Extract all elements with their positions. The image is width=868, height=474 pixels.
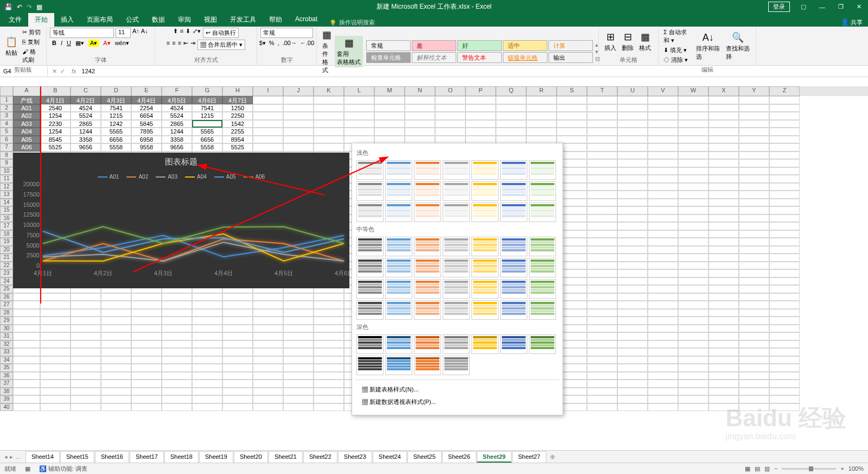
cell[interactable]	[678, 285, 709, 293]
cell[interactable]	[13, 372, 40, 380]
cell[interactable]	[709, 364, 739, 372]
style-normal[interactable]: 常规	[366, 40, 411, 51]
cell[interactable]	[648, 403, 678, 412]
cell[interactable]	[709, 199, 739, 207]
cell[interactable]	[709, 356, 739, 364]
cell[interactable]	[314, 340, 344, 349]
table-style-thumb[interactable]	[414, 203, 441, 222]
cell[interactable]	[709, 183, 739, 191]
cell[interactable]	[435, 128, 465, 136]
cell[interactable]: 1254	[40, 128, 71, 136]
cell[interactable]	[617, 96, 648, 104]
number-format-select[interactable]: 常规	[260, 28, 313, 38]
sheet-tab[interactable]: Sheet23	[338, 451, 372, 463]
cell[interactable]	[283, 104, 314, 112]
cell[interactable]	[435, 136, 465, 144]
table-style-thumb[interactable]	[500, 203, 527, 222]
cell[interactable]	[769, 112, 800, 120]
fill-button[interactable]: ⬇ 填充 ▾	[662, 46, 693, 55]
cell[interactable]	[101, 356, 131, 364]
cell[interactable]	[587, 214, 617, 223]
cell[interactable]	[253, 293, 283, 301]
cell[interactable]	[678, 403, 709, 412]
cell[interactable]	[617, 136, 648, 144]
cell[interactable]	[709, 246, 739, 254]
cell[interactable]	[587, 120, 617, 128]
cell[interactable]	[283, 348, 314, 356]
cell[interactable]	[769, 285, 800, 293]
cell[interactable]	[739, 96, 769, 104]
cell[interactable]	[435, 120, 465, 128]
cell[interactable]	[587, 183, 617, 191]
cell[interactable]	[709, 277, 739, 286]
sheet-tab[interactable]: Sheet19	[199, 451, 233, 463]
cell[interactable]	[587, 206, 617, 214]
style-output[interactable]: 输出	[548, 52, 593, 63]
cell[interactable]	[739, 395, 769, 403]
align-mid-icon[interactable]: ≡	[180, 28, 183, 38]
cell[interactable]	[617, 199, 648, 207]
cell[interactable]	[739, 317, 769, 325]
cell[interactable]: 4月7日	[222, 96, 253, 104]
col-header[interactable]: V	[648, 86, 678, 96]
cell[interactable]	[40, 348, 71, 356]
table-style-thumb[interactable]	[414, 300, 441, 320]
cell[interactable]	[253, 395, 283, 403]
cell[interactable]	[13, 317, 40, 325]
cell[interactable]	[101, 293, 131, 301]
cell[interactable]	[526, 112, 557, 120]
cell[interactable]	[344, 104, 374, 112]
cell[interactable]	[314, 293, 344, 301]
cell[interactable]	[769, 309, 800, 317]
cell[interactable]	[13, 364, 40, 372]
cell[interactable]	[344, 112, 374, 120]
table-style-thumb[interactable]	[414, 181, 441, 201]
cell[interactable]	[131, 309, 162, 317]
cell[interactable]	[769, 96, 800, 104]
cell[interactable]	[709, 285, 739, 293]
cell[interactable]	[162, 372, 192, 380]
table-style-thumb[interactable]	[443, 203, 470, 222]
zoom-slider[interactable]	[782, 468, 836, 470]
table-style-thumb[interactable]	[385, 160, 412, 180]
cell[interactable]	[769, 262, 800, 270]
tab-公式[interactable]: 公式	[119, 13, 145, 27]
cell[interactable]	[648, 309, 678, 317]
cell[interactable]	[617, 175, 648, 183]
cell[interactable]	[71, 348, 101, 356]
sheet-nav-prev[interactable]: ▸	[10, 453, 13, 460]
cell[interactable]	[192, 317, 222, 325]
cell[interactable]	[13, 309, 40, 317]
cell[interactable]	[253, 96, 283, 104]
cell[interactable]	[678, 277, 709, 286]
tab-开始[interactable]: 开始	[28, 13, 54, 27]
cell[interactable]: 1242	[101, 120, 131, 128]
zoom-level[interactable]: 100%	[848, 465, 864, 472]
cell[interactable]: 1542	[222, 120, 253, 128]
cell[interactable]	[314, 380, 344, 388]
cell[interactable]	[678, 301, 709, 309]
cell[interactable]	[739, 120, 769, 128]
table-style-thumb[interactable]	[385, 279, 412, 299]
cell[interactable]	[617, 143, 648, 151]
cell[interactable]	[678, 159, 709, 167]
cell[interactable]	[587, 332, 617, 340]
cell[interactable]: 6656	[101, 136, 131, 144]
cell[interactable]	[40, 340, 71, 349]
cell[interactable]	[617, 372, 648, 380]
sheet-tab[interactable]: Sheet22	[303, 451, 337, 463]
cell[interactable]	[101, 372, 131, 380]
wrap-text-button[interactable]: ↩ 自动换行	[203, 28, 239, 38]
cell[interactable]	[526, 96, 557, 104]
cell[interactable]: 1215	[101, 112, 131, 120]
table-style-thumb[interactable]	[356, 279, 384, 299]
cell[interactable]	[617, 230, 648, 238]
cell[interactable]	[587, 269, 617, 277]
col-header[interactable]: Q	[496, 86, 526, 96]
cell[interactable]: 5558	[101, 143, 131, 151]
cell[interactable]	[709, 262, 739, 270]
cell[interactable]	[648, 356, 678, 364]
cell[interactable]	[587, 143, 617, 151]
cell[interactable]	[739, 301, 769, 309]
cell[interactable]	[769, 364, 800, 372]
